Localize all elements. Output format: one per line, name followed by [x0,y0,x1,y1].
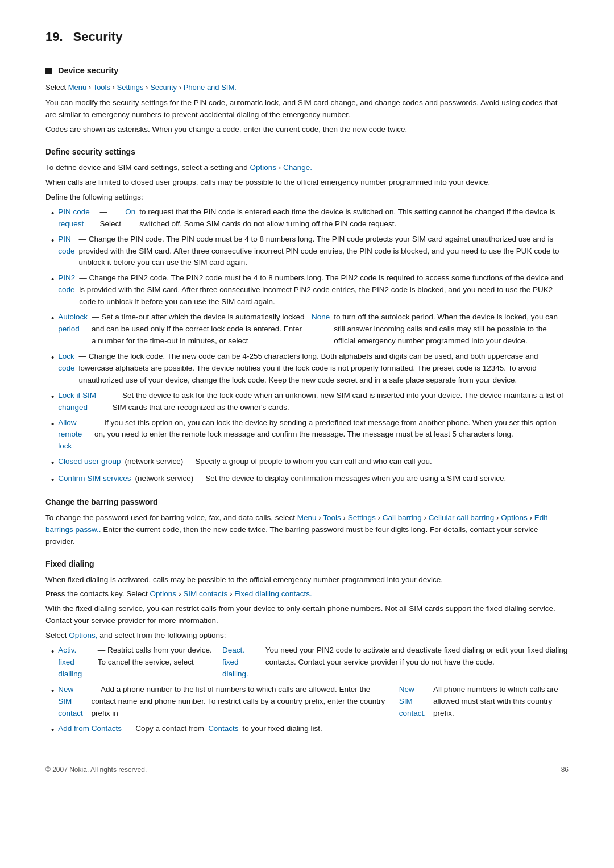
pin2-code-link[interactable]: PIN2 code [58,272,75,296]
activ-fixed-dialling-link[interactable]: Activ. fixed dialling [58,645,94,680]
breadcrumb-phone-sim[interactable]: Phone and SIM. [184,83,237,92]
sep3: › [146,83,150,92]
contacts-link[interactable]: Contacts [208,723,238,735]
list-item-confirm-sim-services: Confirm SIM services (network service) —… [51,473,569,486]
pin-on-link[interactable]: On [125,206,135,218]
list-item-lock-code: Lock code — Change the lock code. The ne… [51,351,569,387]
new-sim-contact-link2[interactable]: New SIM contact. [399,684,429,720]
barring-settings-link[interactable]: Settings [348,513,376,522]
fixed-dialing-section: Fixed dialing When fixed dialing is acti… [45,558,569,736]
sep1: › [89,83,93,92]
fixed-options-link[interactable]: Options [150,589,177,598]
pin-code-request-link[interactable]: PIN code request [58,206,96,230]
lock-code-link[interactable]: Lock code [58,351,74,375]
define-security-body3: Define the following settings: [45,192,569,203]
barring-password-section: Change the barring password To change th… [45,496,569,548]
fixed-dialing-select: Select Options, and select from the foll… [45,630,569,642]
define-options-link[interactable]: Options [250,163,276,172]
barring-call-barring-link[interactable]: Call barring [383,513,422,522]
confirm-sim-services-link[interactable]: Confirm SIM services [58,473,131,485]
define-security-body2: When calls are limited to closed user gr… [45,177,569,189]
fixed-select-options-link[interactable]: Options, [69,631,97,639]
list-item-autolock-period: Autolock period — Set a time-out after w… [51,312,569,347]
page-footer: © 2007 Nokia. All rights reserved. 86 [45,765,569,775]
breadcrumb-settings[interactable]: Settings [117,83,144,92]
list-item-pin2-code: PIN2 code — Change the PIN2 code. The PI… [51,272,569,308]
breadcrumb-security[interactable]: Security [150,83,177,92]
define-sep1: › [279,163,283,172]
page-number: 86 [561,765,569,775]
define-security-heading: Define security settings [45,146,569,158]
breadcrumb-menu[interactable]: Menu [68,83,87,92]
barring-body-prefix: To change the password used for barring … [45,513,297,522]
list-item-lock-sim-changed: Lock if SIM changed — Set the device to … [51,390,569,414]
security-settings-list: PIN code request — Select On to request … [51,206,569,486]
breadcrumb: Select Menu › Tools › Settings › Securit… [45,82,569,93]
fixed-dialing-body2: With the fixed dialing service, you can … [45,603,569,627]
autolock-period-link[interactable]: Autolock period [58,312,88,335]
fixed-dialing-press: Press the contacts key. Select Options ›… [45,588,569,600]
list-item-allow-remote-lock: Allow remote lock — If you set this opti… [51,417,569,453]
define-security-body1: To define device and SIM card settings, … [45,162,569,174]
barring-password-heading: Change the barring password [45,496,569,508]
new-sim-contact-link[interactable]: New SIM contact [58,684,87,720]
define-prefix: To define device and SIM card settings, … [45,163,248,172]
chapter-heading: 19. Security [45,27,569,52]
fixed-sim-contacts-link[interactable]: SIM contacts [183,589,227,598]
pin-code-link[interactable]: PIN code [58,234,74,258]
list-item-add-from-contacts: Add from Contacts — Copy a contact from … [51,723,569,736]
chapter-title: Security [73,27,123,46]
barring-cellular-link[interactable]: Cellular call barring [429,513,495,522]
select-prefix: Select [45,631,69,639]
device-security-body1: You can modify the security settings for… [45,97,569,121]
chapter-number: 19. [45,27,63,46]
lock-sim-changed-link[interactable]: Lock if SIM changed [58,390,109,414]
define-change-link[interactable]: Change. [283,163,312,172]
breadcrumb-prefix: Select [45,83,66,92]
autolock-none-link[interactable]: None [312,312,330,323]
fixed-dialling-contacts-link[interactable]: Fixed dialling contacts. [234,589,312,598]
copyright-text: © 2007 Nokia. All rights reserved. [45,765,147,775]
barring-menu-link[interactable]: Menu [297,513,317,522]
select-suffix: and select from the following options: [99,631,226,639]
device-security-heading: Device security [45,65,569,77]
closed-user-group-link[interactable]: Closed user group [58,456,121,468]
sep4: › [179,83,184,92]
list-item-pin-code: PIN code — Change the PIN code. The PIN … [51,234,569,269]
device-security-section: Device security Select Menu › Tools › Se… [45,65,569,486]
breadcrumb-tools[interactable]: Tools [93,83,110,92]
fixed-dialing-body1: When fixed dialing is activated, calls m… [45,574,569,586]
barring-password-body: To change the password used for barring … [45,512,569,548]
list-item-new-sim-contact: New SIM contact — Add a phone number to … [51,684,569,720]
list-item-activ-fixed-dialling: Activ. fixed dialling — Restrict calls f… [51,645,569,680]
allow-remote-lock-link[interactable]: Allow remote lock [58,417,90,453]
fixed-dialing-list: Activ. fixed dialling — Restrict calls f… [51,645,569,736]
press-prefix: Press the contacts key. Select [45,589,150,598]
fixed-dialing-heading: Fixed dialing [45,558,569,570]
barring-tools-link[interactable]: Tools [323,513,341,522]
barring-options-link[interactable]: Options [501,513,528,522]
barring-body-suffix: Enter the current code, then the new cod… [45,525,538,546]
list-item-closed-user-group: Closed user group (network service) — Sp… [51,456,569,469]
deact-fixed-dialling-link[interactable]: Deact. fixed dialling. [222,645,262,680]
heading-square-icon [45,68,52,74]
sep2: › [113,83,117,92]
list-item-pin-code-request: PIN code request — Select On to request … [51,206,569,230]
device-security-body2: Codes are shown as asterisks. When you c… [45,124,569,136]
add-from-contacts-link[interactable]: Add from Contacts [58,723,122,735]
